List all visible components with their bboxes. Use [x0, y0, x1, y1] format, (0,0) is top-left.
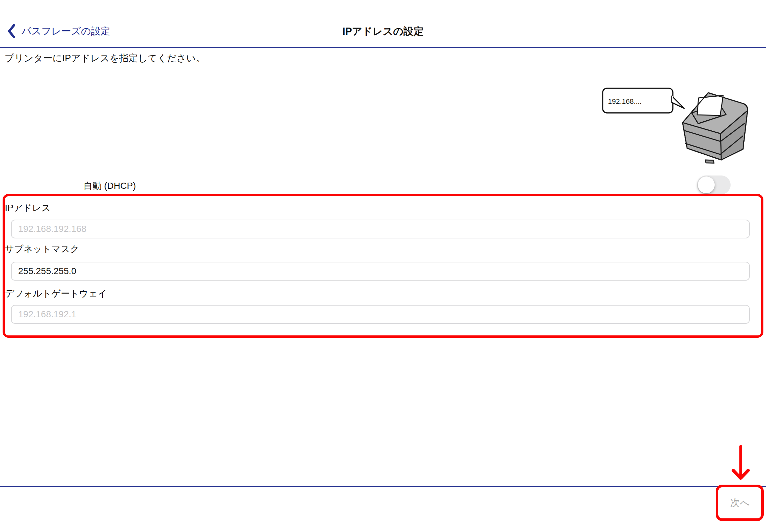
page-title: IPアドレスの設定 [342, 25, 424, 38]
printer-icon [683, 93, 748, 163]
subnet-mask-input[interactable] [11, 262, 750, 281]
back-chevron-icon [7, 24, 16, 39]
subnet-mask-label: サブネットマスク [5, 243, 79, 255]
next-button[interactable]: 次へ [717, 487, 763, 519]
printer-illustration: 192.168.... [594, 81, 766, 167]
toggle-knob [698, 176, 715, 193]
back-button-label: パスフレーズの設定 [21, 23, 110, 40]
arrow-down-annotation-icon [727, 444, 756, 484]
back-button[interactable]: パスフレーズの設定 [7, 23, 110, 40]
nav-divider [0, 47, 766, 48]
ip-address-label: IPアドレス [5, 202, 51, 214]
dhcp-label: 自動 (DHCP) [83, 180, 136, 192]
default-gateway-input[interactable] [11, 305, 750, 324]
ip-address-input[interactable] [11, 220, 750, 238]
instruction-text: プリンターにIPアドレスを指定してください。 [5, 52, 205, 65]
footer-divider [0, 486, 766, 487]
dhcp-toggle[interactable] [697, 175, 731, 194]
default-gateway-label: デフォルトゲートウェイ [5, 287, 107, 300]
ip-address-settings-screen: パスフレーズの設定 IPアドレスの設定 プリンターにIPアドレスを指定してくださ… [0, 0, 766, 532]
bubble-ip-text: 192.168.... [608, 97, 642, 105]
